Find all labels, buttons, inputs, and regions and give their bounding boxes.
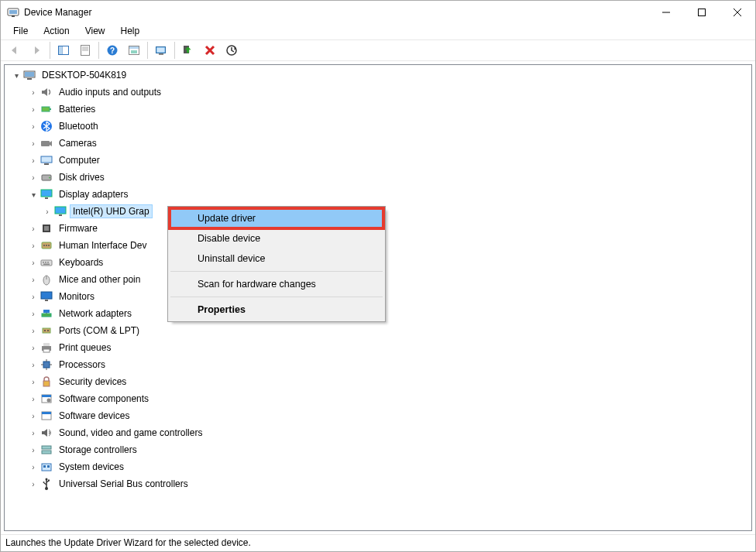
- expand-icon[interactable]: ›: [28, 291, 39, 302]
- svg-rect-57: [42, 314, 51, 317]
- computer-root-icon: [23, 69, 36, 81]
- ctx-uninstall-device[interactable]: Uninstall device: [170, 249, 383, 269]
- tree-node[interactable]: ›Print queues: [8, 339, 748, 356]
- svg-point-45: [43, 245, 45, 246]
- display-icon: [40, 188, 53, 201]
- expand-icon[interactable]: ›: [28, 410, 39, 421]
- expand-icon[interactable]: ›: [28, 155, 39, 166]
- expand-icon[interactable]: ›: [28, 138, 39, 149]
- help-button[interactable]: ?: [102, 41, 122, 60]
- ports-icon: [40, 324, 53, 337]
- svg-rect-76: [42, 412, 51, 414]
- tree-node-label: Mice and other poin: [56, 273, 143, 286]
- close-button[interactable]: [720, 1, 755, 24]
- properties-sheet-button[interactable]: [75, 41, 95, 60]
- svg-point-47: [48, 245, 50, 246]
- svg-rect-55: [41, 292, 52, 299]
- expand-icon[interactable]: ›: [28, 121, 39, 132]
- status-text: Launches the Update Driver Wizard for th…: [5, 537, 251, 548]
- expand-icon[interactable]: ›: [28, 87, 39, 98]
- enable-device-button[interactable]: [178, 41, 198, 60]
- tree-node[interactable]: ›Cameras: [8, 135, 748, 152]
- tree-node-label: Network adapters: [56, 307, 135, 321]
- display-icon: [54, 205, 67, 218]
- expand-icon[interactable]: ›: [28, 325, 39, 336]
- ctx-scan-hardware[interactable]: Scan for hardware changes: [170, 274, 383, 294]
- svg-rect-40: [55, 207, 66, 214]
- svg-rect-56: [45, 300, 48, 301]
- tree-node-label: Universal Serial Bus controllers: [56, 477, 191, 491]
- expand-icon[interactable]: ›: [28, 172, 39, 183]
- svg-rect-49: [43, 262, 44, 263]
- forward-button[interactable]: [26, 41, 46, 60]
- svg-rect-60: [43, 328, 50, 333]
- tree-node[interactable]: ›Universal Serial Bus controllers: [8, 475, 748, 492]
- menu-help[interactable]: Help: [113, 24, 148, 38]
- menu-file[interactable]: File: [5, 24, 36, 38]
- menu-view[interactable]: View: [77, 24, 113, 38]
- tree-node[interactable]: ›Processors: [8, 356, 748, 373]
- ctx-properties[interactable]: Properties: [170, 300, 383, 320]
- computer-icon: [40, 154, 53, 166]
- expand-icon[interactable]: ›: [28, 427, 39, 438]
- expand-icon[interactable]: ›: [28, 359, 39, 370]
- tree-node-label: Keyboards: [56, 255, 106, 269]
- expand-icon[interactable]: ›: [28, 274, 39, 285]
- expand-icon[interactable]: ›: [28, 393, 39, 404]
- expand-icon[interactable]: ›: [28, 342, 39, 353]
- tree-node-label: Processors: [56, 358, 108, 372]
- update-driver-button[interactable]: [151, 41, 171, 60]
- collapse-icon[interactable]: ▾: [11, 70, 22, 81]
- tree-node[interactable]: ›Software components: [8, 390, 748, 407]
- tree-node-label: System devices: [56, 460, 127, 474]
- expand-icon[interactable]: ›: [28, 376, 39, 387]
- tree-node[interactable]: ›System devices: [8, 458, 748, 475]
- show-hide-console-tree-button[interactable]: [53, 41, 74, 60]
- tree-node[interactable]: ›Disk drives: [8, 169, 748, 186]
- monitor-icon: [40, 290, 53, 303]
- tree-node[interactable]: ›Audio inputs and outputs: [8, 84, 748, 101]
- tree-node[interactable]: ›Batteries: [8, 101, 748, 118]
- tree-node[interactable]: ›Sound, video and game controllers: [8, 424, 748, 441]
- toolbar-sep: [174, 42, 175, 59]
- firmware-icon: [40, 222, 53, 235]
- collapse-icon[interactable]: ▾: [28, 189, 39, 200]
- expand-icon[interactable]: ›: [28, 104, 39, 115]
- svg-rect-43: [44, 226, 49, 231]
- expand-icon[interactable]: ›: [28, 223, 39, 234]
- menu-action[interactable]: Action: [36, 24, 77, 38]
- tree-node[interactable]: ›Ports (COM & LPT): [8, 322, 748, 339]
- svg-rect-64: [43, 343, 50, 346]
- svg-rect-4: [699, 9, 706, 16]
- ctx-update-driver[interactable]: Update driver: [170, 208, 383, 228]
- cpu-icon: [40, 358, 53, 371]
- device-tree[interactable]: ▾DESKTOP-504K819›Audio inputs and output…: [4, 64, 752, 531]
- svg-rect-29: [27, 78, 32, 80]
- tree-node[interactable]: ›Software devices: [8, 407, 748, 424]
- tree-node[interactable]: ›Bluetooth: [8, 118, 748, 135]
- uninstall-device-button[interactable]: [200, 41, 220, 60]
- tree-node[interactable]: ›Computer: [8, 152, 748, 169]
- maximize-button[interactable]: [684, 1, 720, 24]
- expand-icon[interactable]: ›: [28, 444, 39, 455]
- expand-icon[interactable]: ›: [28, 308, 39, 319]
- tree-root-node[interactable]: ▾DESKTOP-504K819: [8, 67, 748, 84]
- expand-icon[interactable]: ›: [42, 206, 53, 217]
- options-button[interactable]: [124, 41, 144, 60]
- tree-node[interactable]: ▾Display adapters: [8, 186, 748, 203]
- tree-node[interactable]: ›Security devices: [8, 373, 748, 390]
- back-button[interactable]: [5, 41, 25, 60]
- expand-icon[interactable]: ›: [28, 257, 39, 268]
- expand-icon[interactable]: ›: [28, 478, 39, 489]
- scan-hardware-button[interactable]: [222, 41, 242, 60]
- software-dev-icon: [40, 410, 53, 422]
- minimize-button[interactable]: [648, 1, 684, 24]
- expand-icon[interactable]: ›: [28, 461, 39, 472]
- software-comp-icon: [40, 393, 53, 405]
- tree-node-label: Storage controllers: [56, 443, 140, 457]
- ctx-disable-device[interactable]: Disable device: [170, 228, 383, 249]
- tree-node[interactable]: ›Storage controllers: [8, 441, 748, 458]
- svg-point-86: [43, 482, 45, 483]
- expand-icon[interactable]: ›: [28, 240, 39, 251]
- network-icon: [40, 307, 53, 320]
